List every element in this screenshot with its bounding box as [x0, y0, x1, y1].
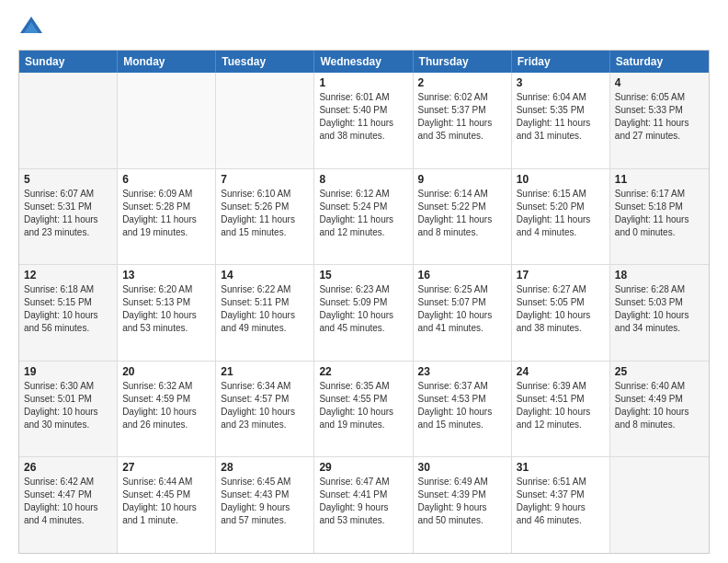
day-number: 1 — [319, 76, 407, 89]
day-cell-23: 23Sunrise: 6:37 AM Sunset: 4:53 PM Dayli… — [414, 362, 512, 457]
day-info: Sunrise: 6:05 AM Sunset: 5:33 PM Dayligh… — [615, 91, 704, 143]
day-info: Sunrise: 6:02 AM Sunset: 5:37 PM Dayligh… — [418, 91, 506, 143]
day-cell-17: 17Sunrise: 6:27 AM Sunset: 5:05 PM Dayli… — [512, 265, 610, 361]
day-info: Sunrise: 6:22 AM Sunset: 5:11 PM Dayligh… — [221, 283, 309, 335]
day-number: 29 — [319, 461, 407, 474]
day-info: Sunrise: 6:35 AM Sunset: 4:55 PM Dayligh… — [319, 380, 407, 431]
day-info: Sunrise: 6:39 AM Sunset: 4:51 PM Dayligh… — [517, 380, 605, 431]
day-number: 16 — [418, 269, 506, 282]
day-info: Sunrise: 6:14 AM Sunset: 5:22 PM Dayligh… — [418, 188, 506, 239]
header-day-saturday: Saturday — [610, 51, 709, 73]
logo — [18, 15, 48, 40]
day-info: Sunrise: 6:30 AM Sunset: 5:01 PM Dayligh… — [24, 380, 112, 431]
day-cell-29: 29Sunrise: 6:47 AM Sunset: 4:41 PM Dayli… — [314, 457, 413, 553]
day-number: 18 — [615, 269, 704, 282]
empty-cell — [118, 73, 216, 168]
day-cell-11: 11Sunrise: 6:17 AM Sunset: 5:18 PM Dayli… — [610, 169, 709, 265]
empty-cell — [216, 73, 314, 168]
day-info: Sunrise: 6:44 AM Sunset: 4:45 PM Dayligh… — [122, 476, 210, 527]
day-cell-25: 25Sunrise: 6:40 AM Sunset: 4:49 PM Dayli… — [610, 362, 709, 457]
day-info: Sunrise: 6:01 AM Sunset: 5:40 PM Dayligh… — [319, 91, 407, 143]
day-cell-14: 14Sunrise: 6:22 AM Sunset: 5:11 PM Dayli… — [216, 265, 314, 361]
day-number: 22 — [319, 365, 407, 378]
day-number: 6 — [122, 173, 210, 186]
calendar-row-4: 26Sunrise: 6:42 AM Sunset: 4:47 PM Dayli… — [19, 456, 709, 553]
day-info: Sunrise: 6:12 AM Sunset: 5:24 PM Dayligh… — [319, 188, 407, 239]
day-number: 12 — [24, 269, 112, 282]
day-info: Sunrise: 6:10 AM Sunset: 5:26 PM Dayligh… — [221, 188, 309, 239]
day-number: 11 — [615, 173, 704, 186]
day-cell-3: 3Sunrise: 6:04 AM Sunset: 5:35 PM Daylig… — [512, 73, 610, 168]
day-cell-30: 30Sunrise: 6:49 AM Sunset: 4:39 PM Dayli… — [414, 457, 512, 553]
day-number: 27 — [122, 461, 210, 474]
header-day-tuesday: Tuesday — [216, 51, 314, 73]
day-info: Sunrise: 6:45 AM Sunset: 4:43 PM Dayligh… — [221, 476, 309, 527]
day-number: 15 — [319, 269, 407, 282]
day-info: Sunrise: 6:32 AM Sunset: 4:59 PM Dayligh… — [122, 380, 210, 431]
day-info: Sunrise: 6:49 AM Sunset: 4:39 PM Dayligh… — [418, 476, 506, 527]
day-number: 28 — [221, 461, 309, 474]
day-cell-19: 19Sunrise: 6:30 AM Sunset: 5:01 PM Dayli… — [19, 362, 118, 457]
header-day-sunday: Sunday — [19, 51, 118, 73]
day-info: Sunrise: 6:04 AM Sunset: 5:35 PM Dayligh… — [517, 91, 605, 143]
calendar-header: SundayMondayTuesdayWednesdayThursdayFrid… — [19, 51, 709, 73]
day-number: 13 — [122, 269, 210, 282]
day-cell-13: 13Sunrise: 6:20 AM Sunset: 5:13 PM Dayli… — [118, 265, 216, 361]
day-info: Sunrise: 6:18 AM Sunset: 5:15 PM Dayligh… — [24, 283, 112, 335]
day-cell-28: 28Sunrise: 6:45 AM Sunset: 4:43 PM Dayli… — [216, 457, 314, 553]
day-info: Sunrise: 6:47 AM Sunset: 4:41 PM Dayligh… — [319, 476, 407, 527]
day-cell-16: 16Sunrise: 6:25 AM Sunset: 5:07 PM Dayli… — [414, 265, 512, 361]
day-cell-22: 22Sunrise: 6:35 AM Sunset: 4:55 PM Dayli… — [314, 362, 413, 457]
day-number: 24 — [517, 365, 605, 378]
day-number: 10 — [517, 173, 605, 186]
day-cell-10: 10Sunrise: 6:15 AM Sunset: 5:20 PM Dayli… — [512, 169, 610, 265]
header-day-monday: Monday — [118, 51, 216, 73]
day-cell-5: 5Sunrise: 6:07 AM Sunset: 5:31 PM Daylig… — [19, 169, 118, 265]
empty-cell — [19, 73, 118, 168]
day-cell-9: 9Sunrise: 6:14 AM Sunset: 5:22 PM Daylig… — [414, 169, 512, 265]
header — [18, 15, 710, 40]
day-number: 17 — [517, 269, 605, 282]
day-cell-15: 15Sunrise: 6:23 AM Sunset: 5:09 PM Dayli… — [314, 265, 413, 361]
day-number: 23 — [418, 365, 506, 378]
day-cell-6: 6Sunrise: 6:09 AM Sunset: 5:28 PM Daylig… — [118, 169, 216, 265]
calendar-row-0: 1Sunrise: 6:01 AM Sunset: 5:40 PM Daylig… — [19, 73, 709, 168]
day-number: 8 — [319, 173, 407, 186]
calendar: SundayMondayTuesdayWednesdayThursdayFrid… — [18, 50, 710, 554]
page: SundayMondayTuesdayWednesdayThursdayFrid… — [0, 0, 728, 563]
header-day-friday: Friday — [512, 51, 610, 73]
day-cell-27: 27Sunrise: 6:44 AM Sunset: 4:45 PM Dayli… — [118, 457, 216, 553]
day-number: 5 — [24, 173, 112, 186]
header-day-wednesday: Wednesday — [314, 51, 413, 73]
day-number: 21 — [221, 365, 309, 378]
day-info: Sunrise: 6:15 AM Sunset: 5:20 PM Dayligh… — [517, 188, 605, 239]
header-day-thursday: Thursday — [414, 51, 512, 73]
day-info: Sunrise: 6:17 AM Sunset: 5:18 PM Dayligh… — [615, 188, 704, 239]
calendar-row-3: 19Sunrise: 6:30 AM Sunset: 5:01 PM Dayli… — [19, 361, 709, 457]
day-cell-21: 21Sunrise: 6:34 AM Sunset: 4:57 PM Dayli… — [216, 362, 314, 457]
calendar-row-2: 12Sunrise: 6:18 AM Sunset: 5:15 PM Dayli… — [19, 264, 709, 361]
day-cell-2: 2Sunrise: 6:02 AM Sunset: 5:37 PM Daylig… — [414, 73, 512, 168]
day-number: 25 — [615, 365, 704, 378]
day-number: 26 — [24, 461, 112, 474]
day-info: Sunrise: 6:34 AM Sunset: 4:57 PM Dayligh… — [221, 380, 309, 431]
day-cell-12: 12Sunrise: 6:18 AM Sunset: 5:15 PM Dayli… — [19, 265, 118, 361]
day-cell-8: 8Sunrise: 6:12 AM Sunset: 5:24 PM Daylig… — [314, 169, 413, 265]
day-info: Sunrise: 6:40 AM Sunset: 4:49 PM Dayligh… — [615, 380, 704, 431]
day-cell-20: 20Sunrise: 6:32 AM Sunset: 4:59 PM Dayli… — [118, 362, 216, 457]
day-cell-31: 31Sunrise: 6:51 AM Sunset: 4:37 PM Dayli… — [512, 457, 610, 553]
day-cell-7: 7Sunrise: 6:10 AM Sunset: 5:26 PM Daylig… — [216, 169, 314, 265]
day-info: Sunrise: 6:37 AM Sunset: 4:53 PM Dayligh… — [418, 380, 506, 431]
day-number: 7 — [221, 173, 309, 186]
day-info: Sunrise: 6:27 AM Sunset: 5:05 PM Dayligh… — [517, 283, 605, 335]
day-number: 30 — [418, 461, 506, 474]
day-info: Sunrise: 6:51 AM Sunset: 4:37 PM Dayligh… — [517, 476, 605, 527]
day-number: 2 — [418, 76, 506, 89]
day-cell-24: 24Sunrise: 6:39 AM Sunset: 4:51 PM Dayli… — [512, 362, 610, 457]
day-cell-1: 1Sunrise: 6:01 AM Sunset: 5:40 PM Daylig… — [314, 73, 413, 168]
day-info: Sunrise: 6:23 AM Sunset: 5:09 PM Dayligh… — [319, 283, 407, 335]
day-number: 4 — [615, 76, 704, 89]
logo-icon — [18, 15, 44, 40]
day-cell-26: 26Sunrise: 6:42 AM Sunset: 4:47 PM Dayli… — [19, 457, 118, 553]
day-info: Sunrise: 6:20 AM Sunset: 5:13 PM Dayligh… — [122, 283, 210, 335]
